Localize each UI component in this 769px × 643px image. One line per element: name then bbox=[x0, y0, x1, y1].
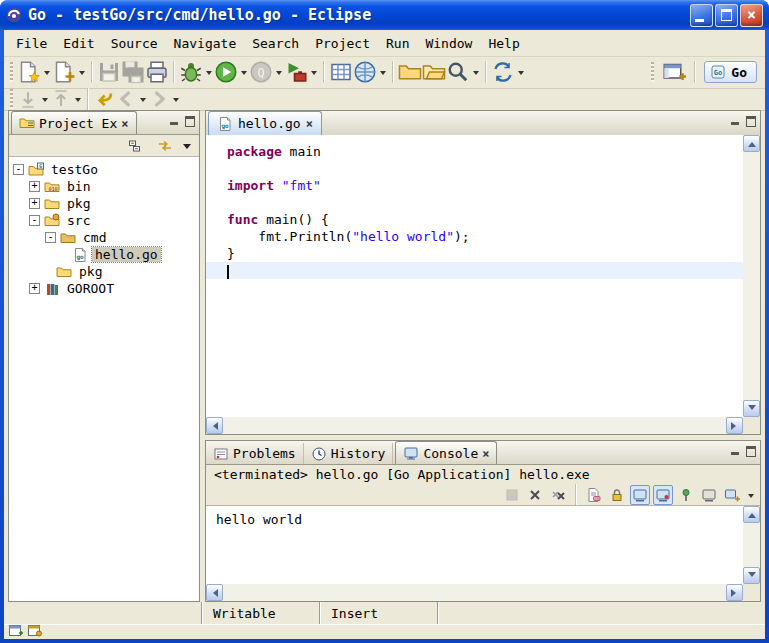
print-button[interactable] bbox=[145, 60, 169, 84]
tree-item-testgo[interactable]: - G testGo bbox=[9, 161, 199, 178]
link-with-editor-button[interactable] bbox=[153, 134, 177, 158]
remove-launch-button[interactable] bbox=[525, 485, 545, 505]
menu-help[interactable]: Help bbox=[480, 33, 527, 54]
tree-item-hello-go[interactable]: go hello.go bbox=[9, 246, 199, 263]
scroll-left-button[interactable] bbox=[206, 584, 223, 601]
menu-window[interactable]: Window bbox=[417, 33, 480, 54]
next-annotation-dropdown[interactable] bbox=[39, 87, 50, 111]
scroll-down-button[interactable] bbox=[743, 567, 760, 584]
tab-project-explorer[interactable]: Project Ex bbox=[11, 111, 137, 134]
new-wizard-dropdown[interactable] bbox=[41, 60, 52, 84]
expander-icon[interactable]: + bbox=[29, 198, 40, 209]
editor-horizontal-scrollbar[interactable] bbox=[206, 417, 743, 434]
toolbar-grip[interactable] bbox=[10, 62, 13, 82]
scroll-down-button[interactable] bbox=[743, 400, 760, 417]
close-view-icon[interactable] bbox=[121, 116, 128, 131]
console-horizontal-scrollbar[interactable] bbox=[206, 584, 743, 601]
back-dropdown[interactable] bbox=[137, 87, 148, 111]
new-file-button[interactable] bbox=[52, 60, 76, 84]
forward-button[interactable] bbox=[148, 89, 170, 109]
collapse-all-button[interactable] bbox=[123, 134, 147, 158]
menu-search[interactable]: Search bbox=[244, 33, 307, 54]
maximize-editor-icon[interactable] bbox=[746, 116, 756, 126]
menu-source[interactable]: Source bbox=[103, 33, 166, 54]
menu-file[interactable]: File bbox=[8, 33, 55, 54]
open-console-dropdown[interactable] bbox=[745, 483, 756, 507]
expander-icon[interactable]: - bbox=[29, 215, 40, 226]
run-button[interactable] bbox=[214, 60, 238, 84]
scroll-right-button[interactable] bbox=[726, 584, 743, 601]
maximize-console-icon[interactable] bbox=[746, 446, 756, 456]
external-tools-dropdown[interactable] bbox=[308, 60, 319, 84]
tab-console[interactable]: Console bbox=[395, 441, 497, 464]
next-annotation-button[interactable] bbox=[17, 89, 39, 109]
open-perspective-button[interactable] bbox=[662, 60, 686, 84]
previous-annotation-button[interactable] bbox=[50, 89, 72, 109]
scroll-up-button[interactable] bbox=[743, 135, 760, 152]
save-all-button[interactable] bbox=[121, 60, 145, 84]
show-stderr-button[interactable] bbox=[653, 485, 673, 505]
nav-toolbar-grip[interactable] bbox=[10, 89, 13, 109]
eclipse-icon[interactable] bbox=[6, 7, 22, 23]
code-line[interactable]: fmt.Println("hello world"); bbox=[206, 228, 743, 245]
go-views-icon[interactable] bbox=[28, 625, 42, 640]
sync-button[interactable] bbox=[491, 60, 515, 84]
console-vertical-scrollbar[interactable] bbox=[743, 506, 760, 584]
remove-all-launches-button[interactable] bbox=[548, 485, 568, 505]
tree-item-pkg[interactable]: + pkg bbox=[9, 195, 199, 212]
code-line[interactable]: } bbox=[206, 245, 743, 262]
close-button[interactable] bbox=[740, 4, 763, 27]
tree-item-goroot[interactable]: + GOROOT bbox=[9, 280, 199, 297]
show-stdout-button[interactable] bbox=[630, 485, 650, 505]
menu-edit[interactable]: Edit bbox=[55, 33, 102, 54]
minimize-button[interactable] bbox=[690, 4, 713, 27]
current-line[interactable] bbox=[206, 262, 743, 279]
new-wizard-button[interactable] bbox=[17, 60, 41, 84]
console-output[interactable]: hello world bbox=[206, 506, 760, 527]
tab-problems[interactable]: Problems bbox=[206, 443, 304, 464]
pin-console-button[interactable] bbox=[676, 485, 696, 505]
sync-dropdown[interactable] bbox=[515, 60, 526, 84]
profile-dropdown[interactable] bbox=[273, 60, 284, 84]
maximize-button[interactable] bbox=[715, 4, 738, 27]
profile-button[interactable]: Q bbox=[249, 60, 273, 84]
maximize-view-icon[interactable] bbox=[185, 116, 195, 126]
code-line[interactable]: package main bbox=[206, 143, 743, 160]
search-button[interactable] bbox=[446, 60, 470, 84]
editor-tab-hello-go[interactable]: go hello.go bbox=[208, 111, 322, 135]
grid-button[interactable] bbox=[329, 60, 353, 84]
code-line[interactable] bbox=[206, 194, 743, 211]
last-edit-location-button[interactable] bbox=[93, 89, 115, 109]
titlebar[interactable]: Go - testGo/src/cmd/hello.go - Eclipse bbox=[0, 0, 769, 30]
open-console-button[interactable] bbox=[722, 485, 742, 505]
expander-icon[interactable]: + bbox=[29, 181, 40, 192]
search-dropdown[interactable] bbox=[470, 60, 481, 84]
code-area[interactable]: package main import "fmt" func main() { … bbox=[206, 135, 743, 417]
terminate-button[interactable] bbox=[502, 485, 522, 505]
web-browser-button[interactable] bbox=[353, 60, 377, 84]
close-console-icon[interactable] bbox=[482, 446, 489, 461]
scroll-lock-button[interactable] bbox=[607, 485, 627, 505]
clear-console-button[interactable] bbox=[584, 485, 604, 505]
perspective-grip[interactable] bbox=[651, 62, 654, 82]
menu-project[interactable]: Project bbox=[307, 33, 378, 54]
debug-button[interactable] bbox=[179, 60, 203, 84]
go-perspective-chip[interactable]: Go Go bbox=[704, 61, 757, 83]
save-button[interactable] bbox=[97, 60, 121, 84]
minimize-view-icon[interactable] bbox=[169, 116, 179, 126]
scroll-left-button[interactable] bbox=[206, 417, 223, 434]
scroll-up-button[interactable] bbox=[743, 506, 760, 523]
expander-icon[interactable]: - bbox=[45, 232, 56, 243]
tree-item-cmd[interactable]: - cmd bbox=[9, 229, 199, 246]
external-tools-button[interactable] bbox=[284, 60, 308, 84]
close-editor-icon[interactable] bbox=[306, 116, 313, 131]
back-button[interactable] bbox=[115, 89, 137, 109]
tree-item-src[interactable]: - src bbox=[9, 212, 199, 229]
previous-annotation-dropdown[interactable] bbox=[72, 87, 83, 111]
new-file-dropdown[interactable] bbox=[76, 60, 87, 84]
tree-item-bin[interactable]: + 010 bin bbox=[9, 178, 199, 195]
code-line[interactable] bbox=[206, 160, 743, 177]
editor-vertical-scrollbar[interactable] bbox=[743, 135, 760, 417]
view-menu-icon[interactable] bbox=[183, 144, 191, 153]
debug-dropdown[interactable] bbox=[203, 60, 214, 84]
